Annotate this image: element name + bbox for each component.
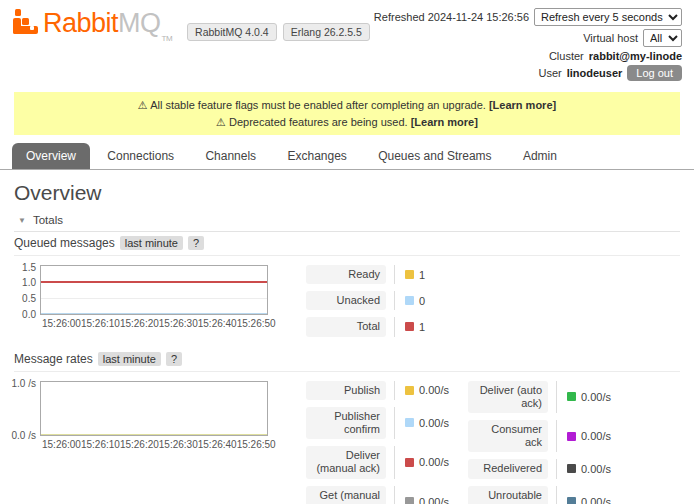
x-tick: 15:26:50 <box>237 318 276 329</box>
rates-legend-right-column: Deliver (auto ack)0.00/s Consumer ack0.0… <box>468 381 612 504</box>
feature-flags-warning: ⚠ All stable feature flags must be enabl… <box>18 97 676 114</box>
y-tick: 0.0 /s <box>12 429 36 440</box>
message-rates-header: Message rates last minute ? <box>14 348 680 372</box>
total-swatch <box>405 322 414 331</box>
virtual-host-label: Virtual host <box>583 32 638 44</box>
legend-label: Consumer ack <box>468 420 548 452</box>
legend-row-total: Total 1 <box>306 317 450 336</box>
queued-messages-chart-row: 1.5 1.0 0.5 0.0 15:26:00 15:26:10 15:26:… <box>14 265 680 344</box>
message-rates-title: Message rates <box>14 352 93 366</box>
unacked-series-line <box>41 313 267 314</box>
deprecated-features-warning: ⚠ Deprecated features are being used. [L… <box>18 114 676 131</box>
cluster-label: Cluster <box>549 50 584 62</box>
totals-label: Totals <box>33 214 63 226</box>
tab-exchanges[interactable]: Exchanges <box>273 143 360 169</box>
user-label: User <box>538 67 561 79</box>
x-tick: 15:26:50 <box>237 439 276 450</box>
tab-queues-and-streams[interactable]: Queues and Streams <box>364 143 505 169</box>
user-name: linodeuser <box>567 67 623 79</box>
totals-section-toggle[interactable]: ▼ Totals <box>14 211 680 232</box>
message-rates-legend: Publish0.00/s Publisher confirm0.00/s De… <box>306 381 612 504</box>
total-value: 1 <box>419 321 425 333</box>
page-header: RabbitMQTM RabbitMQ 4.0.4 Erlang 26.2.5.… <box>0 0 694 84</box>
deliver-auto-swatch <box>567 392 576 401</box>
x-tick: 15:26:40 <box>198 318 237 329</box>
x-tick: 15:26:10 <box>81 318 120 329</box>
queued-help-icon[interactable]: ? <box>188 236 204 250</box>
y-tick: 1.0 <box>22 276 36 287</box>
legend-label: Redelivered <box>468 459 548 478</box>
rates-window-badge[interactable]: last minute <box>98 352 161 366</box>
legend-label: Deliver (auto ack) <box>468 381 548 413</box>
y-tick: 0.5 <box>22 292 36 303</box>
deprecated-learn-more-link[interactable]: [Learn more] <box>411 116 478 128</box>
brand-trademark: TM <box>162 34 173 43</box>
virtual-host-select[interactable]: All <box>643 29 682 47</box>
consumer-ack-swatch <box>567 432 576 441</box>
x-tick: 15:26:20 <box>120 318 159 329</box>
tab-admin[interactable]: Admin <box>509 143 571 169</box>
redelivered-swatch <box>567 464 576 473</box>
get-manual-rate: 0.00/s <box>419 496 449 504</box>
collapse-triangle-icon: ▼ <box>18 216 26 225</box>
rabbitmq-version-badge: RabbitMQ 4.0.4 <box>187 23 277 41</box>
message-rates-chart: 1.0 /s 0.0 /s 15:26:00 15:26:10 15:26:20… <box>14 381 286 450</box>
y-tick: 1.5 <box>22 262 36 273</box>
refresh-interval-select[interactable]: Refresh every 5 seconds <box>534 8 682 26</box>
deliver-auto-rate: 0.00/s <box>581 391 611 403</box>
x-tick: 15:26:00 <box>42 439 81 450</box>
warning-banner: ⚠ All stable feature flags must be enabl… <box>14 92 680 135</box>
brand-text: RabbitMQTM <box>43 8 171 45</box>
legend-row-ready: Ready 1 <box>306 265 450 284</box>
rabbitmq-logo[interactable]: RabbitMQTM <box>12 8 171 45</box>
queued-messages-legend: Ready 1 Unacked 0 Total 1 <box>306 265 450 344</box>
zero-rate-line <box>41 434 267 435</box>
publish-swatch <box>405 386 414 395</box>
legend-label: Total <box>306 317 386 336</box>
publish-rate: 0.00/s <box>419 384 449 396</box>
main-nav-tabs: Overview Connections Channels Exchanges … <box>0 143 694 170</box>
queued-messages-header: Queued messages last minute ? <box>14 232 680 256</box>
y-tick: 0.0 <box>22 309 36 320</box>
x-tick: 15:26:30 <box>159 318 198 329</box>
logout-button[interactable]: Log out <box>627 65 682 81</box>
publisher-confirm-swatch <box>405 418 414 427</box>
queued-messages-title: Queued messages <box>14 236 115 250</box>
unroutable-return-rate: 0.00/s <box>581 496 611 504</box>
legend-row-unacked: Unacked 0 <box>306 291 450 310</box>
x-tick: 15:26:00 <box>42 318 81 329</box>
legend-label: Unroutable (return) <box>468 486 548 504</box>
deliver-manual-swatch <box>405 458 414 467</box>
legend-label: Publish <box>306 381 386 400</box>
unacked-swatch <box>405 296 414 305</box>
queued-window-badge[interactable]: last minute <box>120 236 183 250</box>
legend-label: Publisher confirm <box>306 407 386 439</box>
feature-flags-learn-more-link[interactable]: [Learn more] <box>489 99 556 111</box>
erlang-version-badge: Erlang 26.2.5.5 <box>283 23 370 41</box>
deliver-manual-rate: 0.00/s <box>419 456 449 468</box>
brand-mq: MQ <box>118 8 161 38</box>
tab-overview[interactable]: Overview <box>12 143 90 169</box>
x-tick: 15:26:10 <box>81 439 120 450</box>
ready-value: 1 <box>419 269 425 281</box>
queued-x-axis: 15:26:00 15:26:10 15:26:20 15:26:30 15:2… <box>40 315 270 329</box>
legend-label: Get (manual ack) <box>306 486 386 504</box>
gridline <box>41 298 267 299</box>
y-tick: 1.0 /s <box>12 377 36 388</box>
cluster-name: rabbit@my-linode <box>589 50 682 62</box>
brand-rabbit: Rabbit <box>43 8 118 38</box>
x-tick: 15:26:40 <box>198 439 237 450</box>
tab-channels[interactable]: Channels <box>191 143 270 169</box>
total-series-line <box>41 281 267 283</box>
publisher-confirm-rate: 0.00/s <box>419 417 449 429</box>
refreshed-timestamp: Refreshed 2024-11-24 15:26:56 <box>374 11 529 23</box>
unacked-value: 0 <box>419 295 425 307</box>
queued-messages-plot: 1.5 1.0 0.5 0.0 <box>40 265 268 315</box>
rates-legend-left-column: Publish0.00/s Publisher confirm0.00/s De… <box>306 381 450 504</box>
legend-label: Deliver (manual ack) <box>306 446 386 478</box>
rates-help-icon[interactable]: ? <box>166 352 182 366</box>
get-manual-swatch <box>405 497 414 504</box>
tab-connections[interactable]: Connections <box>93 143 188 169</box>
unroutable-return-swatch <box>567 497 576 504</box>
x-tick: 15:26:20 <box>120 439 159 450</box>
